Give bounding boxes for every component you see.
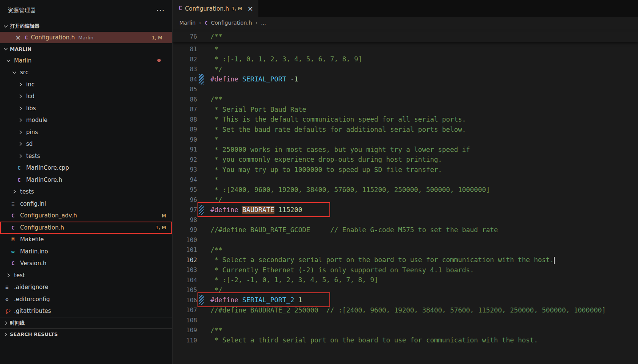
code-line-106[interactable]: 106#define SERIAL_PORT_2 1: [172, 295, 638, 305]
modified-gutter-indicator: [199, 74, 204, 84]
line-number: 104: [172, 277, 197, 284]
code-line-110[interactable]: 110 * Select a third serial port on the …: [172, 335, 638, 345]
code-line-104[interactable]: 104 * :[-2, -1, 0, 1, 2, 3, 4, 5, 6, 7, …: [172, 275, 638, 285]
token: /**: [210, 33, 223, 40]
code-line-86[interactable]: 86/**: [172, 94, 638, 105]
tree-item-inc[interactable]: inc: [0, 78, 172, 91]
code-text: *: [210, 45, 218, 53]
chevron-right-icon[interactable]: [17, 105, 26, 111]
code-line-88[interactable]: 88 * This is the default communication s…: [172, 114, 638, 125]
chevron-right-icon[interactable]: [5, 272, 14, 278]
code-line-108[interactable]: 108: [172, 315, 638, 325]
code-line-89[interactable]: 89 * Set the baud rate defaults for addi…: [172, 125, 638, 135]
chevron-down-icon[interactable]: [11, 69, 20, 75]
token: * :[-1, 0, 1, 2, 3, 4, 5, 6, 7, 8, 9]: [210, 55, 362, 63]
tab-close-icon[interactable]: ×: [248, 5, 253, 12]
tree-item-.editorconfig[interactable]: ⚙.editorconfig: [0, 293, 172, 305]
chevron-right-icon[interactable]: [17, 81, 26, 87]
code-line-91[interactable]: 91 * 250000 works in most cases, but you…: [172, 145, 638, 155]
gutter-indicator: [199, 94, 204, 105]
code-line-100[interactable]: 100: [172, 235, 638, 245]
chevron-down-icon[interactable]: [5, 58, 14, 64]
gutter-indicator: [199, 255, 204, 265]
search-results-header[interactable]: SEARCH RESULTS: [0, 328, 172, 340]
code-line-101[interactable]: 101/**: [172, 245, 638, 255]
code-line-107[interactable]: 107//#define BAUDRATE_2 250000 // :[2400…: [172, 305, 638, 316]
workspace-header[interactable]: MARLIN: [0, 43, 172, 55]
tree-item-lcd[interactable]: lcd: [0, 91, 172, 103]
tree-item-pins[interactable]: pins: [0, 126, 172, 138]
line-number: 84: [172, 76, 197, 83]
code-line-103[interactable]: 103 * Currently Ethernet (-2) is only su…: [172, 265, 638, 275]
code-line-81[interactable]: 81 *: [172, 44, 638, 55]
code-line-90[interactable]: 90 *: [172, 134, 638, 145]
code-line-93[interactable]: 93 * You may try up to 1000000 to speed …: [172, 165, 638, 175]
code-line-85[interactable]: 85: [172, 84, 638, 95]
code-line-96[interactable]: 96 */: [172, 195, 638, 205]
tree-item-Marlin.ino[interactable]: ∞Marlin.ino: [0, 245, 172, 258]
line-number: 108: [172, 317, 197, 324]
c-file-icon: C: [11, 213, 20, 218]
more-actions-icon[interactable]: ⋯: [156, 6, 165, 14]
tree-item-.gitattributes[interactable]: .gitattributes: [0, 305, 172, 317]
code-line-84[interactable]: 84#define SERIAL_PORT -1: [172, 74, 638, 84]
tree-item-tests[interactable]: tests: [0, 150, 172, 162]
code-line-94[interactable]: 94 *: [172, 175, 638, 185]
code-line-102[interactable]: 102 * Select a secondary serial port on …: [172, 255, 638, 265]
code-line-105[interactable]: 105 */: [172, 285, 638, 295]
breadcrumb-folder[interactable]: Marlin: [179, 20, 196, 26]
chevron-right-icon[interactable]: [2, 320, 9, 326]
code-area[interactable]: 76/** 81 *82 * :[-1, 0, 1, 2, 3, 4, 5, 6…: [172, 28, 638, 364]
code-line-99[interactable]: 99//#define BAUD_RATE_GCODE // Enable G-…: [172, 225, 638, 235]
line-number: 87: [172, 106, 197, 113]
chevron-down-icon[interactable]: [2, 23, 9, 29]
code-text: * 250000 works in most cases, but you mi…: [210, 146, 470, 153]
chevron-right-icon[interactable]: [11, 189, 20, 195]
token: 1: [294, 75, 298, 83]
gutter-indicator: [199, 285, 204, 295]
breadcrumb-file[interactable]: Configuration.h: [211, 20, 252, 26]
open-editors-header[interactable]: 打开的编辑器: [0, 20, 172, 32]
gutter-indicator: [199, 235, 204, 245]
tab-configuration-h[interactable]: C Configuration.h 1, M ×: [172, 0, 259, 17]
tree-item-test[interactable]: test: [0, 269, 172, 281]
token: * 250000 works in most cases, but you mi…: [210, 146, 470, 153]
tree-item-Marlin[interactable]: Marlin: [0, 55, 172, 67]
tree-item-MarlinCore.h[interactable]: CMarlinCore.h: [0, 174, 172, 186]
open-editor-item[interactable]: × C Configuration.h Marlin 1, M: [0, 32, 172, 43]
code-line-97[interactable]: 97#define BAUDRATE 115200: [172, 205, 638, 215]
tree-item-sd[interactable]: sd: [0, 138, 172, 150]
chevron-right-icon[interactable]: [17, 129, 26, 135]
code-line-92[interactable]: 92 * you commonly experience drop-outs d…: [172, 155, 638, 165]
chevron-right-icon[interactable]: [2, 331, 9, 337]
code-line-87[interactable]: 87 * Serial Port Baud Rate: [172, 105, 638, 115]
chevron-right-icon[interactable]: [17, 117, 26, 123]
tree-item-label: .aiderignore: [14, 284, 48, 291]
breadcrumb-symbol[interactable]: ...: [261, 20, 266, 26]
tree-item-module[interactable]: module: [0, 114, 172, 127]
timeline-header[interactable]: 时间线: [0, 317, 172, 328]
tree-item-label: Configuration.h: [20, 224, 64, 231]
code-line-95[interactable]: 95 * :[2400, 9600, 19200, 38400, 57600, …: [172, 185, 638, 195]
tree-item-Configuration_adv.h[interactable]: CConfiguration_adv.hM: [0, 210, 172, 222]
tree-item-Configuration.h[interactable]: CConfiguration.h1, M: [0, 222, 172, 234]
tree-item-.aiderignore[interactable]: ≡.aiderignore: [0, 281, 172, 294]
tree-item-src[interactable]: src: [0, 67, 172, 79]
chevron-down-icon[interactable]: [2, 46, 9, 52]
tree-item-MarlinCore.cpp[interactable]: CMarlinCore.cpp: [0, 162, 172, 174]
chevron-right-icon[interactable]: [17, 153, 26, 159]
code-line-98[interactable]: 98: [172, 215, 638, 225]
tree-item-tests[interactable]: tests: [0, 186, 172, 198]
chevron-right-icon[interactable]: [17, 141, 26, 147]
tree-item-Version.h[interactable]: CVersion.h: [0, 258, 172, 270]
close-icon[interactable]: ×: [15, 34, 21, 41]
sticky-scroll-line[interactable]: 76/**: [172, 31, 638, 42]
tree-item-config.ini[interactable]: ≡config.ini: [0, 198, 172, 210]
code-line-83[interactable]: 83 */: [172, 64, 638, 75]
tree-item-Makefile[interactable]: MMakefile: [0, 234, 172, 246]
tree-item-libs[interactable]: libs: [0, 102, 172, 114]
code-line-82[interactable]: 82 * :[-1, 0, 1, 2, 3, 4, 5, 6, 7, 8, 9]: [172, 54, 638, 64]
code-line-109[interactable]: 109/**: [172, 325, 638, 336]
chevron-right-icon[interactable]: [17, 93, 26, 99]
code-text: #define BAUDRATE 115200: [210, 206, 302, 214]
